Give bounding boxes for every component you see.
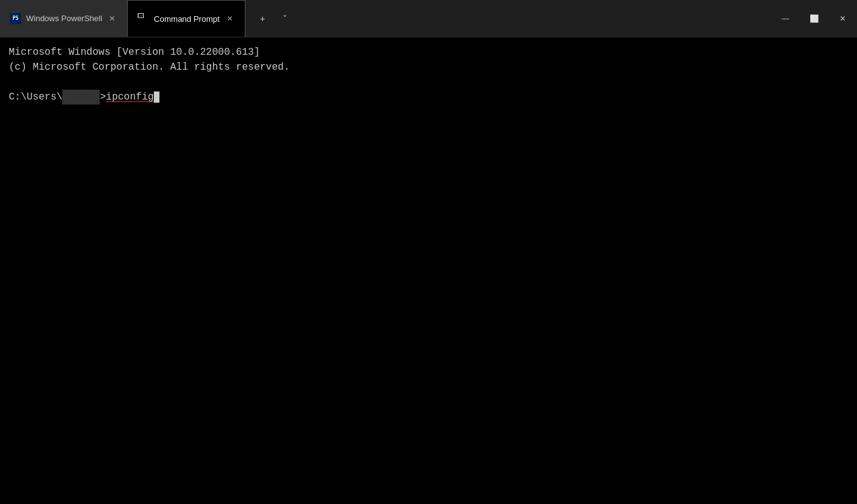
redacted-username: ██████ — [62, 90, 100, 105]
maximize-button[interactable]: ⬜ — [800, 0, 828, 37]
window-controls: — ⬜ ✕ — [771, 0, 857, 37]
dropdown-button[interactable]: ˅ — [275, 9, 295, 29]
add-tab-button[interactable]: + — [253, 9, 273, 29]
tab-cmd-label: Command Prompt — [154, 14, 219, 24]
tab-powershell[interactable]: PS Windows PowerShell ✕ — [0, 0, 127, 37]
command-text: ipconfig — [106, 91, 154, 103]
prompt-arrow: > — [100, 90, 106, 105]
title-bar: PS Windows PowerShell ✕ C:\ Command Prom… — [0, 0, 857, 37]
tab-powershell-close[interactable]: ✕ — [107, 14, 117, 24]
cmd-tab-icon: C:\ — [138, 13, 149, 24]
version-line: Microsoft Windows [Version 10.0.22000.61… — [9, 45, 848, 60]
prompt-line: C:\Users\ ██████ > ipconfig — [9, 90, 848, 105]
tab-cmd-close[interactable]: ✕ — [225, 14, 235, 24]
tab-actions: + ˅ — [248, 0, 300, 37]
tab-cmd[interactable]: C:\ Command Prompt ✕ — [127, 0, 245, 37]
tab-powershell-label: Windows PowerShell — [26, 14, 102, 23]
terminal-window: PS Windows PowerShell ✕ C:\ Command Prom… — [0, 0, 857, 504]
minimize-button[interactable]: — — [771, 0, 800, 37]
terminal-body[interactable]: Microsoft Windows [Version 10.0.22000.61… — [0, 37, 857, 504]
close-button[interactable]: ✕ — [828, 0, 857, 37]
blank-line — [9, 75, 848, 90]
rights-line: (c) Microsoft Corporation. All rights re… — [9, 60, 848, 75]
cursor — [154, 91, 159, 103]
prompt-path: C:\Users\ — [9, 90, 62, 105]
powershell-icon: PS — [10, 13, 21, 24]
terminal-command: ipconfig — [106, 90, 159, 105]
